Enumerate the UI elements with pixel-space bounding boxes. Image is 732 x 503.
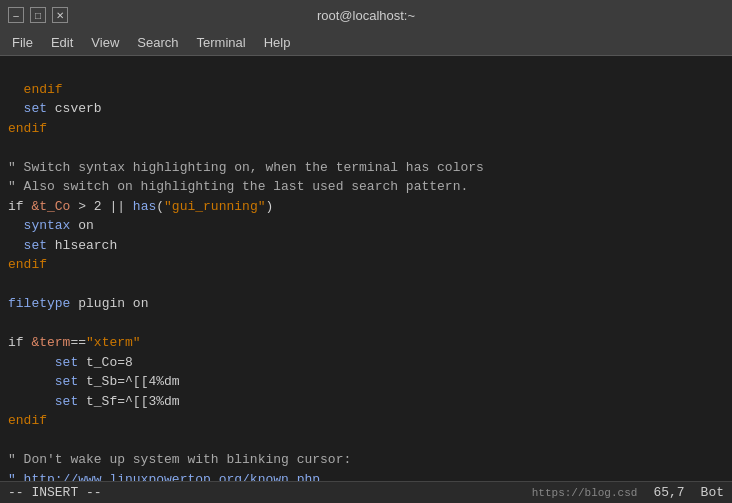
window-title: root@localhost:~ [68,8,664,23]
cursor-position: 65,7 [653,485,684,500]
title-bar: – □ ✕ root@localhost:~ [0,0,732,30]
minimize-button[interactable]: – [8,7,24,23]
status-bot: Bot [701,485,724,500]
menu-search[interactable]: Search [129,33,186,52]
menu-bar: File Edit View Search Terminal Help [0,30,732,56]
menu-file[interactable]: File [4,33,41,52]
vim-mode: -- INSERT -- [8,485,102,500]
maximize-button[interactable]: □ [30,7,46,23]
terminal-content[interactable]: endif set csverb endif " Switch syntax h… [0,56,732,481]
status-bar: -- INSERT -- https://blog.csd 65,7 Bot [0,481,732,503]
menu-edit[interactable]: Edit [43,33,81,52]
terminal-window: – □ ✕ root@localhost:~ File Edit View Se… [0,0,732,503]
menu-terminal[interactable]: Terminal [189,33,254,52]
status-right: https://blog.csd 65,7 Bot [532,485,724,500]
status-url: https://blog.csd [532,487,638,499]
close-button[interactable]: ✕ [52,7,68,23]
menu-view[interactable]: View [83,33,127,52]
menu-help[interactable]: Help [256,33,299,52]
